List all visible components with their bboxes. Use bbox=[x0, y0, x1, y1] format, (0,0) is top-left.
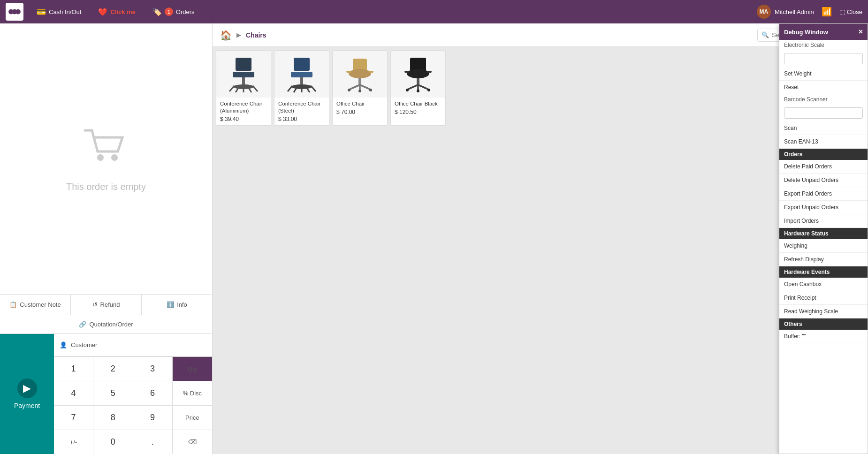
tag-icon: 🏷️ bbox=[152, 8, 162, 16]
product-image bbox=[391, 51, 445, 98]
svg-point-35 bbox=[358, 90, 361, 92]
barcode-input[interactable] bbox=[784, 107, 863, 119]
payment-circle: ▶ bbox=[17, 378, 37, 398]
print-receipt-button[interactable]: Print Receipt bbox=[779, 291, 868, 305]
electronic-scale-label: Electronic Scale bbox=[779, 40, 868, 50]
key-dot[interactable]: . bbox=[133, 430, 173, 454]
product-info: Conference Chair (Aluminium) $ 39.40 bbox=[216, 98, 271, 125]
svg-rect-14 bbox=[294, 58, 310, 71]
others-section: Others bbox=[779, 318, 868, 330]
payment-button[interactable]: ▶ Payment bbox=[0, 334, 54, 454]
scan-button[interactable]: Scan bbox=[779, 121, 868, 135]
avatar: MA bbox=[757, 5, 771, 19]
product-image bbox=[274, 51, 329, 98]
cart-icon bbox=[83, 126, 129, 177]
debug-title: Debug Window bbox=[784, 29, 828, 36]
orders-button[interactable]: 🏷️ 1 Orders bbox=[149, 6, 198, 18]
customer-label: Customer bbox=[71, 341, 97, 348]
svg-point-33 bbox=[348, 89, 350, 91]
key-8[interactable]: 8 bbox=[93, 405, 133, 430]
product-card[interactable]: Conference Chair (Aluminium) $ 39.40 bbox=[216, 50, 271, 126]
scan-ean13-button[interactable]: Scan EAN-13 bbox=[779, 135, 868, 149]
key-6[interactable]: 6 bbox=[133, 381, 173, 405]
key-0[interactable]: 0 bbox=[93, 430, 133, 454]
key-4[interactable]: 4 bbox=[54, 381, 93, 405]
close-button[interactable]: ⬚ Close bbox=[839, 8, 862, 15]
info-icon: ℹ️ bbox=[167, 301, 174, 308]
breadcrumb-chairs[interactable]: Chairs bbox=[246, 31, 266, 39]
customer-note-button[interactable]: 📋 Customer Note bbox=[0, 295, 71, 315]
product-price: $ 70.00 bbox=[336, 109, 383, 115]
key-plusminus[interactable]: +/- bbox=[54, 430, 93, 454]
key-2[interactable]: 2 bbox=[93, 356, 133, 381]
open-cashbox-button[interactable]: Open Cashbox bbox=[779, 278, 868, 291]
wifi-icon: 📶 bbox=[822, 7, 832, 17]
svg-point-2 bbox=[15, 9, 21, 15]
key-1[interactable]: 1 bbox=[54, 356, 93, 381]
import-orders-button[interactable]: Import Orders bbox=[779, 214, 868, 228]
key-5[interactable]: 5 bbox=[93, 381, 133, 405]
svg-line-21 bbox=[311, 86, 316, 91]
scale-input[interactable] bbox=[784, 53, 863, 64]
click-me-button[interactable]: ❤️ Click me bbox=[94, 6, 139, 18]
order-area: This order is empty bbox=[0, 23, 212, 294]
product-card[interactable]: Conference Chair (Steel) $ 33.00 bbox=[274, 50, 329, 126]
topbar-right: MA Mitchell Admin 📶 ⬚ Close bbox=[757, 5, 862, 19]
weighing-button[interactable]: Weighing bbox=[779, 239, 868, 253]
hardware-events-section: Hardware Events bbox=[779, 266, 868, 278]
set-weight-button[interactable]: Set Weight bbox=[779, 67, 868, 81]
read-weighing-scale-button[interactable]: Read Weighing Scale bbox=[779, 305, 868, 318]
export-paid-orders-button[interactable]: Export Paid Orders bbox=[779, 187, 868, 201]
product-price: $ 39.40 bbox=[220, 116, 267, 122]
export-unpaid-orders-button[interactable]: Export Unpaid Orders bbox=[779, 201, 868, 214]
refresh-display-button[interactable]: Refresh Display bbox=[779, 253, 868, 266]
key-9[interactable]: 9 bbox=[133, 405, 173, 430]
cash-in-out-button[interactable]: 💳 Cash In/Out bbox=[33, 6, 85, 18]
reset-button[interactable]: Reset bbox=[779, 81, 868, 94]
svg-rect-27 bbox=[358, 78, 361, 85]
svg-rect-25 bbox=[346, 71, 351, 73]
key-qty[interactable]: Qty bbox=[173, 356, 212, 381]
info-button[interactable]: ℹ️ Info bbox=[142, 295, 212, 315]
refund-button[interactable]: ↺ Refund bbox=[71, 295, 142, 315]
product-info: Office Chair Black $ 120.50 bbox=[391, 98, 445, 118]
orders-section: Orders bbox=[779, 149, 868, 160]
product-card[interactable]: Office Chair Black $ 120.50 bbox=[390, 50, 446, 126]
svg-rect-6 bbox=[233, 72, 254, 77]
customer-icon: 👤 bbox=[60, 341, 67, 348]
cash-icon: 💳 bbox=[37, 8, 46, 16]
svg-rect-39 bbox=[427, 71, 432, 73]
product-grid: Conference Chair (Aluminium) $ 39.40 bbox=[213, 47, 868, 129]
refund-icon: ↺ bbox=[92, 301, 98, 308]
debug-close-button[interactable]: × bbox=[859, 28, 863, 36]
product-image bbox=[333, 51, 387, 98]
svg-line-32 bbox=[360, 85, 368, 88]
key-price[interactable]: Price bbox=[173, 405, 212, 430]
search-icon: 🔍 bbox=[761, 31, 769, 38]
quotation-button[interactable]: 🔗 Quotation/Order bbox=[0, 315, 212, 333]
product-card[interactable]: Office Chair $ 70.00 bbox=[332, 50, 388, 126]
key-backspace[interactable]: ⌫ bbox=[173, 430, 212, 454]
delete-unpaid-orders-button[interactable]: Delete Unpaid Orders bbox=[779, 174, 868, 187]
numpad-right: 👤 Customer 1 2 3 Qty 4 5 6 % Disc 7 8 9 … bbox=[54, 334, 212, 454]
svg-point-46 bbox=[406, 89, 409, 91]
key-7[interactable]: 7 bbox=[54, 405, 93, 430]
key-3[interactable]: 3 bbox=[133, 356, 173, 381]
svg-rect-15 bbox=[291, 72, 312, 77]
svg-rect-40 bbox=[417, 78, 419, 85]
product-header: 🏠 ▶ Chairs 🔍 × bbox=[213, 23, 868, 47]
home-button[interactable]: 🏠 bbox=[220, 30, 232, 41]
svg-point-3 bbox=[97, 154, 104, 161]
customer-row[interactable]: 👤 Customer bbox=[54, 334, 212, 356]
svg-point-48 bbox=[417, 90, 419, 92]
delete-paid-orders-button[interactable]: Delete Paid Orders bbox=[779, 160, 868, 174]
numpad-grid: 1 2 3 Qty 4 5 6 % Disc 7 8 9 Price +/- 0… bbox=[54, 356, 212, 454]
svg-line-44 bbox=[410, 85, 418, 88]
buffer-text: Buffer: "" bbox=[779, 330, 868, 343]
user-menu[interactable]: MA Mitchell Admin bbox=[757, 5, 814, 19]
svg-point-34 bbox=[369, 89, 372, 91]
key-disc[interactable]: % Disc bbox=[173, 381, 212, 405]
svg-rect-26 bbox=[369, 71, 373, 73]
svg-point-4 bbox=[111, 154, 118, 161]
product-price: $ 120.50 bbox=[395, 109, 442, 115]
